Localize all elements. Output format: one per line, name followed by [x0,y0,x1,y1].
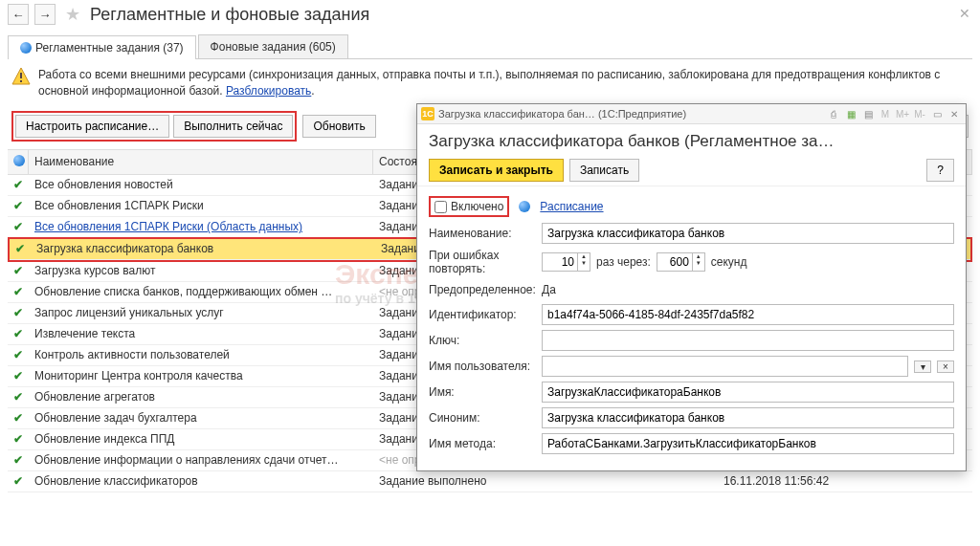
dialog-close-icon[interactable]: ✕ [947,106,962,121]
check-icon: ✔ [13,285,23,298]
row-name: Обновление списка банков, поддерживающих… [29,282,373,301]
dropdown-button[interactable]: ▾ [914,360,931,373]
row-name: Все обновления 1СПАРК Риски (Область дан… [29,217,373,236]
label-predefined: Предопределенное: [429,283,536,296]
save-button[interactable]: Записать [569,159,639,182]
schedule-link[interactable]: Расписание [540,200,603,213]
check-icon: ✔ [13,220,23,233]
enabled-checkbox[interactable] [434,201,447,213]
down-icon[interactable]: ▼ [578,260,590,267]
retry-count-input[interactable] [543,253,577,271]
enabled-label: Включено [451,200,503,213]
check-icon: ✔ [13,474,23,488]
svg-rect-0 [20,73,22,78]
label-name: Наименование: [429,227,536,240]
warning-icon [11,67,31,86]
check-icon: ✔ [13,199,23,212]
row-name: Загрузка классификатора банков [31,239,375,258]
row-name: Мониторинг Центра контроля качества [29,366,373,385]
page-title: Регламентные и фоновые задания [90,5,369,25]
identifier-input[interactable] [542,304,954,325]
enabled-highlight: Включено [429,196,509,217]
row-name: Извлечение текста [29,324,373,343]
int-name-input[interactable] [542,382,954,403]
predefined-value: Да [542,280,556,299]
m-plus-icon[interactable]: M+ [895,106,910,121]
label-seconds: секунд [711,255,747,269]
label-on-errors: При ошибках повторять: [429,249,536,275]
nav-forward-button[interactable]: → [34,4,56,25]
row-name: Обновление задач бухгалтера [29,408,373,427]
m-minus-icon[interactable]: M- [912,106,927,121]
up-icon[interactable]: ▲ [578,253,590,260]
check-icon: ✔ [13,348,23,361]
save-and-close-button[interactable]: Записать и закрыть [429,159,564,182]
check-icon: ✔ [13,264,23,277]
row-name: Контроль активности пользователей [29,345,373,364]
retry-count-stepper[interactable]: ▲▼ [542,252,590,272]
clear-button[interactable]: × [937,360,954,373]
check-icon: ✔ [13,411,23,425]
col-header-name[interactable]: Наименование [29,150,373,174]
unlock-link[interactable]: Разблокировать [226,84,311,98]
dialog-heading: Загрузка классификатора банков (Регламен… [417,124,966,155]
synonym-input[interactable] [542,407,954,428]
retry-delay-stepper[interactable]: ▲▼ [657,252,705,272]
close-icon[interactable]: ✕ [959,6,970,21]
job-properties-dialog: 1C Загрузка классификатора бан… (1С:Пред… [416,103,967,471]
key-input[interactable] [542,330,954,351]
tab-background-jobs[interactable]: Фоновые задания (605) [198,34,348,58]
check-icon: ✔ [13,327,23,340]
check-icon: ✔ [13,306,23,319]
label-key: Ключ: [429,334,536,347]
tabs: Регламентные задания (37) Фоновые задани… [8,34,972,59]
table-row[interactable]: ✔Обновление классификаторовЗадание выпол… [8,471,972,492]
check-icon: ✔ [13,369,23,382]
dialog-mini-title: Загрузка классификатора бан… (1С:Предпри… [438,108,822,120]
dialog-help-button[interactable]: ? [926,159,954,182]
label-times: раз через: [596,255,651,269]
print-icon[interactable]: ⎙ [826,106,841,121]
minimize-icon[interactable]: ▭ [929,106,945,121]
calc-icon[interactable]: ▤ [860,106,876,121]
label-method: Имя метода: [429,437,536,450]
refresh-button[interactable]: Обновить [302,115,375,138]
svg-rect-1 [20,80,22,82]
label-username: Имя пользователя: [429,360,536,373]
row-name: Все обновления новостей [29,175,373,194]
m-icon[interactable]: M [878,106,893,121]
row-name: Обновление агрегатов [29,387,373,406]
retry-delay-input[interactable] [657,253,692,271]
warning-text: Работа со всеми внешними ресурсами (синх… [38,67,969,99]
row-name: Запрос лицензий уникальных услуг [29,303,373,322]
run-now-button[interactable]: Выполнить сейчас [173,115,293,138]
row-name: Обновление информации о направлениях сда… [29,450,373,470]
globe-icon [13,155,25,166]
globe-icon [519,201,530,212]
row-name: Обновление индекса ППД [29,429,373,448]
row-name: Все обновления 1СПАРК Риски [29,196,373,215]
label-identifier: Идентификатор: [429,308,536,321]
calendar-icon[interactable]: ▦ [843,106,858,121]
check-icon: ✔ [13,178,23,191]
method-input[interactable] [542,433,954,454]
label-synonym: Синоним: [429,411,536,425]
check-icon: ✔ [13,432,23,446]
row-date: 16.11.2018 11:56:42 [718,471,972,491]
configure-schedule-button[interactable]: Настроить расписание… [15,115,169,138]
username-input[interactable] [542,356,908,377]
row-name: Загрузка курсов валют [29,261,373,280]
row-status: Задание выполнено [373,471,718,491]
check-icon: ✔ [15,242,25,255]
favorite-star-icon[interactable]: ★ [65,4,80,25]
nav-back-button[interactable]: ← [8,4,29,25]
tab-scheduled-jobs[interactable]: Регламентные задания (37) [8,35,196,59]
highlight-box: Настроить расписание… Выполнить сейчас [11,111,297,142]
up-icon[interactable]: ▲ [693,253,704,260]
globe-icon [20,42,32,54]
row-name: Обновление классификаторов [29,471,373,491]
down-icon[interactable]: ▼ [693,260,704,267]
name-input[interactable] [542,223,954,244]
label-int-name: Имя: [429,385,536,399]
check-icon: ✔ [13,390,23,404]
